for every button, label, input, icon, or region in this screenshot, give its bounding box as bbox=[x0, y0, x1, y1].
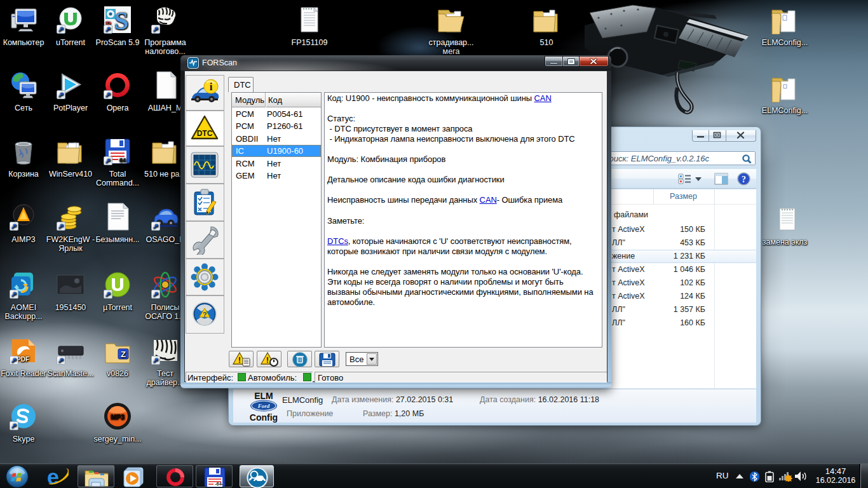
svg-text:i: i bbox=[210, 81, 213, 93]
svg-text:Ford: Ford bbox=[257, 403, 270, 409]
svg-text:?: ? bbox=[203, 311, 207, 318]
svg-text:Z: Z bbox=[121, 349, 126, 359]
svg-text:e: e bbox=[47, 465, 59, 488]
svg-text:64: 64 bbox=[119, 157, 126, 163]
svg-text:S: S bbox=[114, 6, 128, 34]
svg-text:DTC: DTC bbox=[197, 129, 213, 138]
svg-text:!: ! bbox=[238, 355, 240, 365]
svg-text:-64-: -64- bbox=[215, 481, 224, 487]
svg-text:!: ! bbox=[266, 355, 268, 365]
svg-text:PDF: PDF bbox=[17, 356, 29, 363]
svg-text:?: ? bbox=[742, 175, 746, 184]
svg-text:MP3: MP3 bbox=[111, 413, 125, 421]
